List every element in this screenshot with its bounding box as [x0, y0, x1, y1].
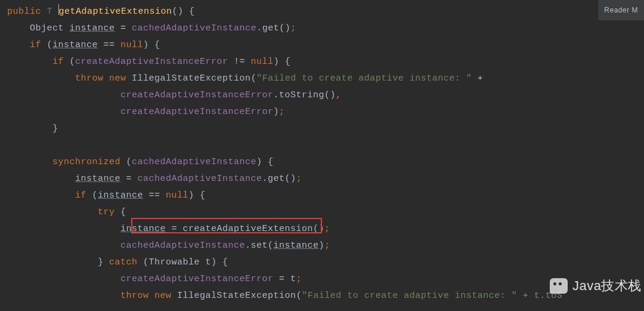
code-line: if (createAdaptiveInstanceError != null)… — [7, 54, 644, 70]
code-line: createAdaptiveInstanceError.toString(), — [7, 87, 644, 104]
wechat-icon — [550, 278, 568, 294]
code-line: cachedAdaptiveInstance.set(instance); — [7, 238, 644, 254]
code-line: createAdaptiveInstanceError); — [7, 104, 644, 121]
watermark-text: Java技术栈 — [572, 278, 642, 294]
code-line: instance = createAdaptiveExtension(); — [7, 221, 644, 238]
code-editor[interactable]: public T getAdaptiveExtension() { Object… — [0, 0, 644, 304]
code-line: throw new IllegalStateException("Failed … — [7, 288, 644, 304]
code-line: try { — [7, 204, 644, 221]
code-line: instance = cachedAdaptiveInstance.get(); — [7, 171, 644, 187]
code-line: } — [7, 121, 644, 137]
code-line: if (instance == null) { — [7, 187, 644, 204]
watermark: Java技术栈 — [550, 278, 642, 294]
code-line: } catch (Throwable t) { — [7, 254, 644, 271]
code-line: throw new IllegalStateException("Failed … — [7, 70, 644, 87]
code-line: createAdaptiveInstanceError = t; — [7, 271, 644, 288]
code-line — [7, 137, 644, 154]
code-line: synchronized (cachedAdaptiveInstance) { — [7, 154, 644, 171]
code-line: if (instance == null) { — [7, 37, 644, 54]
code-line: Object instance = cachedAdaptiveInstance… — [7, 20, 644, 37]
code-line: public T getAdaptiveExtension() { — [7, 4, 644, 20]
